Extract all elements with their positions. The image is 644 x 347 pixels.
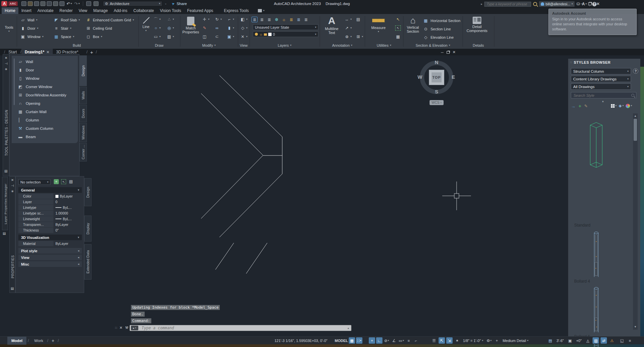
elevation-value[interactable]: +0": [575, 337, 583, 344]
styles-browser-header[interactable]: ∷ STYLES BROWSER: [568, 59, 640, 66]
plot-style-section[interactable]: Plot style◂: [18, 248, 82, 254]
viewport-restore-icon[interactable]: [447, 51, 450, 54]
properties-tab-extended-data[interactable]: Extended Data: [84, 244, 92, 280]
object-snap-settings-icon[interactable]: ≡: [406, 337, 412, 344]
styles-help-icon[interactable]: ?: [633, 68, 638, 74]
annotation-scale-control[interactable]: 1/8" = 1'-0"▾: [462, 337, 485, 344]
add-style-icon[interactable]: +: [579, 103, 581, 109]
style-type-dropdown[interactable]: Structural Column▾: [571, 68, 631, 74]
bollard4-style-preview[interactable]: [594, 232, 599, 278]
properties-autohide-icon[interactable]: ⊣: [11, 184, 14, 188]
new-layout-button[interactable]: +: [52, 338, 54, 343]
tool-palettes-properties-icon[interactable]: ✳: [5, 67, 7, 71]
command-input[interactable]: [141, 325, 328, 331]
crosshair-size-icon[interactable]: ＋: [494, 337, 500, 344]
palette-scrollbar[interactable]: [14, 58, 15, 105]
model-space-toggle[interactable]: MODEL: [333, 337, 349, 344]
properties-tab-design[interactable]: Design: [84, 178, 92, 206]
viewport-close-icon[interactable]: ✕: [453, 50, 456, 54]
tool-column[interactable]: ▏Column: [18, 116, 66, 124]
lineweight-toggle-icon[interactable]: ☰: [431, 337, 437, 344]
properties-bottom-icon[interactable]: ▤: [11, 287, 14, 290]
style-item-label[interactable]: Standard: [574, 223, 591, 228]
isodraft-icon[interactable]: ∠: [391, 337, 397, 344]
properties-close-icon[interactable]: ✕: [11, 178, 14, 182]
tool-door[interactable]: ▮Door: [18, 66, 66, 74]
prop-color-value[interactable]: ByLayer: [54, 194, 82, 199]
paint-style-icon[interactable]: ✎: [584, 104, 588, 108]
polar-tracking-icon[interactable]: ⊘▾: [383, 337, 390, 344]
annotation-warning-icon[interactable]: ⚠: [609, 337, 615, 344]
apply-style-icon[interactable]: →: [571, 103, 576, 109]
tool-opening[interactable]: ∩Opening: [18, 99, 66, 107]
properties-tab-display[interactable]: Display: [84, 216, 92, 242]
isometric-cube-icon[interactable]: ▣: [567, 337, 573, 344]
prop-material-value[interactable]: ByLayer: [54, 241, 82, 246]
tool-palettes-bottom-icon[interactable]: ▤: [4, 169, 7, 173]
clean-screen-icon[interactable]: ◱: [619, 337, 625, 344]
view-section[interactable]: View◂: [18, 255, 82, 260]
prop-linetype-value[interactable]: ByL...: [54, 205, 82, 210]
drawings-filter-dropdown[interactable]: All Drawings▾: [571, 83, 631, 90]
workspace-gear-icon[interactable]: ⚙▾: [486, 337, 492, 344]
view-mode-icon[interactable]: ▾: [611, 104, 617, 108]
tool-beam[interactable]: ▬Beam: [18, 132, 66, 141]
tool-palettes-close-icon[interactable]: ✕: [5, 56, 7, 60]
grid-toggle-icon[interactable]: ▦: [349, 337, 355, 344]
command-close-icon[interactable]: ✕: [119, 326, 122, 330]
palette-tab-corner[interactable]: Corner ...: [79, 143, 87, 161]
prop-linetype-scale-value[interactable]: 1.00000: [54, 211, 82, 216]
tool-window[interactable]: ▯Window: [18, 74, 66, 82]
general-section-header[interactable]: General▾: [18, 187, 82, 193]
tool-wall[interactable]: ▱Wall: [18, 57, 66, 66]
command-popup-arrow-icon[interactable]: ▴: [347, 326, 349, 330]
tool-palettes-titlebar[interactable]: ✕ ⊣ ✳ TOOL PALETTES - DESIGN ▤: [3, 54, 9, 176]
style-search-input[interactable]: [573, 93, 626, 98]
scroll-up-icon[interactable]: ▲: [633, 113, 638, 118]
collapse-filters-icon[interactable]: ▲: [602, 100, 604, 103]
detail-level-control[interactable]: Medium Detail▾: [501, 337, 530, 344]
select-objects-icon[interactable]: ↖: [61, 179, 66, 184]
compass-south[interactable]: S: [434, 89, 439, 94]
properties-titlebar[interactable]: ✕ ⊣ ✳ PROPERTIES ▤: [9, 176, 15, 293]
display-style-icon[interactable]: ◈▾: [619, 103, 624, 108]
toggle-pickadd-icon[interactable]: ▤: [68, 179, 73, 184]
cut-plane-height[interactable]: 3'-6": [555, 337, 565, 344]
standard-style-preview[interactable]: [590, 122, 603, 171]
compass-east[interactable]: E: [451, 74, 456, 80]
scroll-thumb[interactable]: [634, 119, 637, 141]
layer-manager-bottom-icon[interactable]: ▤: [3, 232, 6, 235]
palette-tab-doors[interactable]: Doors: [79, 105, 87, 122]
styles-scrollbar[interactable]: ▲ ▼: [633, 113, 638, 330]
layer-properties-manager-bar[interactable]: Layer Properties Manager: [2, 177, 8, 230]
tool-door-window-assembly[interactable]: ⊞Door/Window Assembly: [18, 91, 66, 99]
view-cube-top-face[interactable]: TOP: [429, 70, 444, 85]
tool-palettes-autohide-icon[interactable]: ⊣: [5, 62, 8, 65]
compass-north[interactable]: N: [434, 59, 439, 65]
prop-layer-value[interactable]: 0: [54, 199, 82, 205]
prop-lineweight-value[interactable]: ByL...: [54, 216, 82, 222]
tool-custom-column[interactable]: ⚒Custom Column: [18, 124, 66, 132]
dynamic-input-icon[interactable]: ⇲: [446, 337, 453, 344]
osnap-2d-icon[interactable]: ▭▾: [398, 337, 405, 344]
quick-select-icon[interactable]: +: [54, 179, 59, 184]
prop-thickness-value[interactable]: 0": [54, 228, 82, 233]
infer-constraints-icon[interactable]: ＋: [369, 337, 375, 344]
style-item-label[interactable]: Bollard 4: [574, 279, 590, 284]
snap-toggle-icon[interactable]: ∷▾: [356, 337, 362, 344]
content-source-dropdown[interactable]: Content Library Drawings▾: [571, 76, 631, 82]
scroll-down-icon[interactable]: ▼: [633, 324, 638, 329]
customization-menu-icon[interactable]: ≡: [627, 337, 633, 344]
prop-transparency-value[interactable]: ByLayer: [54, 222, 82, 227]
viz-section-header[interactable]: 3D Visualization▾: [18, 235, 82, 240]
palette-tab-windows[interactable]: Windows: [79, 123, 87, 142]
style-search-box[interactable]: [571, 92, 636, 98]
wcs-dropdown[interactable]: WCS▾: [430, 100, 444, 105]
command-grip-icon[interactable]: ∷: [115, 326, 117, 330]
annotation-visibility-icon[interactable]: ✶: [454, 337, 460, 344]
color-mode-icon[interactable]: ▾: [626, 104, 632, 108]
osnap-shapes-icon[interactable]: ◬: [585, 337, 591, 344]
cut-plane-icon[interactable]: ▤: [547, 337, 553, 344]
tool-corner-window[interactable]: ◩Corner Window: [18, 82, 66, 91]
compass-west[interactable]: W: [417, 74, 423, 80]
